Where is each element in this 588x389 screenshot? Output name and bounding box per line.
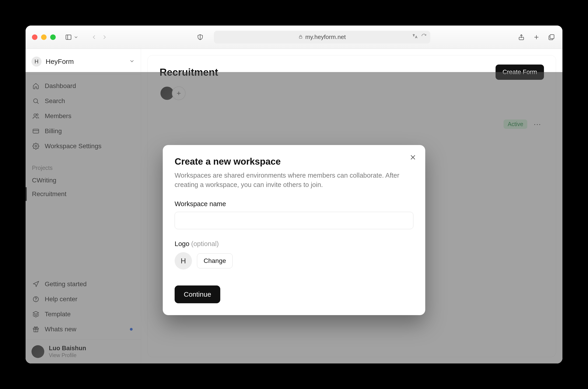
address-bar[interactable]: my.heyform.net: [214, 31, 430, 44]
close-icon[interactable]: [408, 153, 417, 162]
logo-optional-text: (optional): [191, 240, 219, 247]
workspace-name: HeyForm: [46, 58, 74, 65]
logo-preview: H: [175, 252, 192, 269]
new-tab-button[interactable]: [532, 32, 541, 42]
workspace-picker[interactable]: H HeyForm: [26, 49, 141, 74]
svg-rect-7: [550, 34, 554, 38]
minimize-window-button[interactable]: [41, 34, 47, 40]
chevron-down-icon: [74, 32, 78, 42]
reload-icon[interactable]: [421, 33, 427, 41]
modal-description: Workspaces are shared environments where…: [175, 171, 405, 189]
svg-rect-3: [299, 36, 302, 38]
sidebar-icon: [64, 32, 73, 42]
chevron-down-icon: [129, 58, 135, 65]
svg-rect-0: [66, 35, 71, 39]
workspace-name-input[interactable]: [175, 212, 413, 229]
maximize-window-button[interactable]: [50, 34, 56, 40]
back-button[interactable]: [89, 32, 99, 42]
lock-icon: [298, 33, 303, 41]
share-button[interactable]: [517, 32, 526, 42]
logo-label: Logo (optional): [175, 240, 413, 248]
browser-toolbar: my.heyform.net: [26, 26, 562, 49]
close-window-button[interactable]: [32, 34, 37, 40]
sidebar-toggle[interactable]: [64, 32, 78, 42]
translate-icon[interactable]: [412, 33, 418, 41]
workspace-badge: H: [32, 57, 41, 66]
create-workspace-modal: Create a new workspace Workspaces are sh…: [163, 145, 425, 315]
continue-button[interactable]: Continue: [175, 286, 220, 303]
tabs-button[interactable]: [547, 32, 556, 42]
logo-label-text: Logo: [175, 240, 189, 247]
privacy-shield-icon[interactable]: [196, 32, 205, 42]
workspace-name-label: Workspace name: [175, 200, 413, 208]
modal-overlay[interactable]: Create a new workspace Workspaces are sh…: [26, 72, 562, 363]
change-logo-button[interactable]: Change: [197, 253, 233, 268]
window-controls: [32, 34, 56, 40]
address-bar-url: my.heyform.net: [305, 33, 346, 41]
browser-window: my.heyform.net: [26, 26, 562, 363]
forward-button[interactable]: [100, 32, 109, 42]
app-body: H HeyForm Dashboard Search Members: [26, 49, 562, 363]
modal-title: Create a new workspace: [175, 157, 413, 167]
